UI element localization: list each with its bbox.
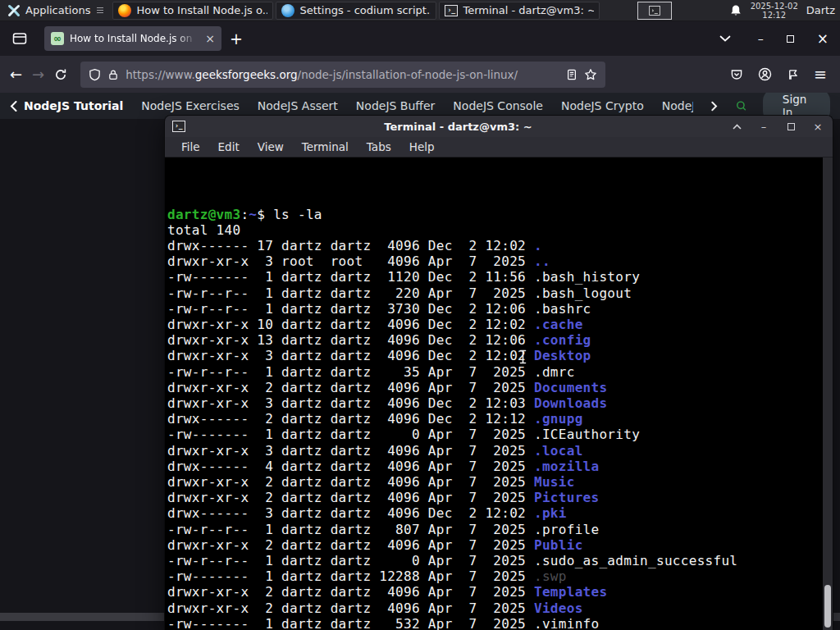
window-controls: – × [758, 32, 832, 46]
terminal-titlebar[interactable]: ›_ Terminal - dartz@vm3: ~ – × [165, 116, 833, 137]
terminal-line: drwxr-xr-x 3 dartz dartz 4096 Apr 7 2025… [167, 443, 821, 459]
terminal-line: drwxr-xr-x 3 dartz dartz 4096 Dec 2 12:0… [167, 395, 821, 411]
terminal-menubar: FileEditViewTerminalTabsHelp [165, 137, 833, 158]
chevron-right-icon[interactable] [711, 101, 718, 112]
account-icon[interactable] [758, 67, 772, 81]
url-text: https://www.geeksforgeeks.org/node-js/in… [126, 68, 559, 81]
terminal-line: drwx------ 4 dartz dartz 4096 Apr 7 2025… [167, 459, 821, 474]
extensions-icon[interactable] [787, 68, 799, 81]
terminal-line: drwx------ 3 dartz dartz 4096 Dec 2 12:0… [167, 505, 821, 521]
site-nav-back[interactable]: NodeJS Tutorial [10, 99, 123, 112]
mouse-cursor [518, 349, 527, 364]
taskbar-item-label: Terminal - dartz@vm3: ~ [463, 4, 594, 16]
terminal-line: drwxr-xr-x 3 dartz dartz 4096 Dec 2 12:0… [167, 348, 821, 363]
tab-close-icon[interactable]: × [205, 32, 215, 45]
terminal-line: total 140 [167, 222, 821, 238]
chevron-left-icon [10, 101, 17, 112]
terminal-line: -rw-r--r-- 1 dartz dartz 0 Apr 7 2025 .s… [167, 553, 821, 568]
panel-tray: 2025-12-02 12:12 Dartz [729, 2, 837, 20]
taskbar: How to Install Node.js o... Settings - c… [112, 2, 600, 20]
close-button[interactable]: × [817, 32, 829, 46]
browser-tab-active[interactable]: ∞ How to Install Node.js on × [44, 26, 221, 51]
reload-button[interactable] [54, 68, 67, 81]
terminal-icon: ›_ [172, 121, 185, 132]
tab-title: How to Install Node.js on [70, 33, 199, 44]
user-menu[interactable]: Dartz [806, 4, 835, 16]
terminal-icon: ›_ [445, 5, 458, 16]
applications-label: Applications [25, 4, 90, 16]
top-panel: Applications How to Install Node.js o...… [0, 0, 840, 21]
new-tab-button[interactable]: + [230, 30, 243, 48]
taskbar-item-label: Settings - codium script... [299, 4, 431, 16]
pocket-icon[interactable] [730, 68, 743, 81]
terminal-line: dartz@vm3:~$ ls -la [167, 207, 821, 222]
terminal-line: -rw-r--r-- 1 dartz dartz 220 Apr 7 2025 … [167, 285, 821, 301]
taskbar-item-firefox[interactable]: How to Install Node.js o... [112, 2, 273, 20]
tab-bar: ∞ How to Install Node.js on × + – × [0, 21, 840, 56]
reader-view-icon[interactable] [566, 68, 578, 81]
taskbar-item-terminal[interactable]: ›_ Terminal - dartz@vm3: ~ [439, 2, 600, 20]
site-nav-item[interactable]: NodeJS Console [453, 99, 543, 112]
terminal-line: -rw-r--r-- 1 dartz dartz 35 Apr 7 2025 .… [167, 364, 821, 380]
terminal-line: drwxr-xr-x 13 dartz dartz 4096 Dec 2 12:… [167, 332, 821, 348]
terminal-line: -rw-r--r-- 1 dartz dartz 807 Apr 7 2025 … [167, 522, 821, 537]
terminal-menu-help[interactable]: Help [400, 140, 444, 153]
clock-date: 2025-12-02 [751, 2, 798, 11]
minimize-button[interactable]: – [758, 32, 764, 45]
maximize-button[interactable] [785, 121, 797, 132]
site-nav-item[interactable]: NodeJS Crypto [561, 99, 644, 112]
terminal-line: drwx------ 2 dartz dartz 4096 Dec 2 12:1… [167, 411, 821, 427]
bookmark-star-icon[interactable] [584, 68, 597, 81]
site-nav-item[interactable]: NodeJS DNS [662, 99, 693, 112]
notification-bell-icon[interactable] [729, 4, 742, 17]
scrollbar-thumb[interactable] [824, 585, 831, 628]
lock-icon[interactable] [107, 68, 119, 81]
terminal-window-controls: – × [731, 121, 825, 132]
terminal-line: drwxr-xr-x 2 dartz dartz 4096 Apr 7 2025… [167, 380, 821, 395]
forward-button[interactable]: → [32, 66, 44, 83]
site-nav-item[interactable]: NodeJS Exercises [141, 99, 240, 112]
navigation-toolbar: ← → https://www.geeksforgeeks [0, 56, 840, 93]
distro-logo-icon [7, 4, 21, 17]
terminal-line: drwxr-xr-x 2 dartz dartz 4096 Apr 7 2025… [167, 474, 821, 490]
menu-icon[interactable]: ≡ [814, 66, 827, 82]
firefox-view-icon[interactable] [8, 27, 31, 50]
terminal-menu-view[interactable]: View [249, 140, 293, 153]
terminal-line: -rw------- 1 dartz dartz 12288 Apr 7 202… [167, 568, 821, 584]
terminal-line: drwxr-xr-x 10 dartz dartz 4096 Dec 2 12:… [167, 317, 821, 332]
taskbar-item-codium[interactable]: Settings - codium script... [276, 2, 436, 20]
terminal-scrollbar[interactable] [823, 158, 833, 630]
firefox-icon [118, 4, 131, 17]
shield-icon[interactable] [89, 68, 101, 81]
terminal-title: Terminal - dartz@vm3: ~ [192, 121, 724, 133]
clock-time: 12:12 [751, 11, 798, 20]
shade-button[interactable] [731, 121, 742, 132]
terminal-line: drwxr-xr-x 2 dartz dartz 4096 Apr 7 2025… [167, 490, 821, 505]
terminal-line: -rw------- 1 dartz dartz 532 Apr 7 2025 … [167, 616, 821, 630]
list-all-tabs-icon[interactable] [714, 27, 737, 50]
applications-menu[interactable]: Applications [3, 0, 107, 21]
maximize-button[interactable] [787, 35, 794, 43]
url-bar[interactable]: https://www.geeksforgeeks.org/node-js/in… [80, 62, 605, 88]
gfg-favicon: ∞ [51, 32, 64, 45]
terminal-line: drwxr-xr-x 2 dartz dartz 4096 Apr 7 2025… [167, 537, 821, 553]
minimize-button[interactable]: – [758, 121, 769, 132]
terminal-line: drwxr-xr-x 2 dartz dartz 4096 Apr 7 2025… [167, 600, 821, 616]
taskbar-item-label: How to Install Node.js o... [136, 4, 267, 16]
terminal-icon: ›_ [650, 6, 661, 16]
site-nav-items: NodeJS ExercisesNodeJS AssertNodeJS Buff… [141, 99, 693, 112]
clock[interactable]: 2025-12-02 12:12 [751, 2, 798, 20]
terminal-menu-terminal[interactable]: Terminal [293, 140, 358, 153]
close-button[interactable]: × [812, 121, 824, 132]
search-icon[interactable] [736, 98, 746, 113]
back-button[interactable]: ← [10, 66, 22, 83]
terminal-menu-file[interactable]: File [172, 140, 209, 153]
terminal-menu-edit[interactable]: Edit [209, 140, 249, 153]
toolbar-right-icons: ≡ [730, 66, 830, 82]
terminal-output[interactable]: dartz@vm3:~$ ls -latotal 140drwx------ 1… [165, 158, 833, 630]
codium-icon [281, 4, 294, 17]
terminal-menu-tabs[interactable]: Tabs [358, 140, 400, 153]
site-nav-item[interactable]: NodeJS Buffer [356, 99, 436, 112]
site-nav-item[interactable]: NodeJS Assert [258, 99, 338, 112]
workspace-switcher[interactable]: ›_ [637, 2, 672, 20]
